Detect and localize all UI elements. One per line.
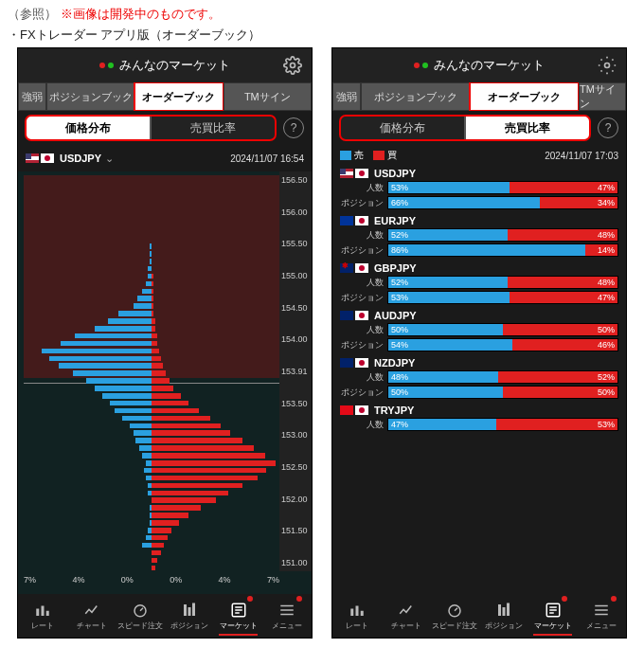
legend-buy-label: 買	[387, 149, 397, 162]
gear-icon[interactable]	[598, 56, 617, 75]
svg-rect-16	[507, 603, 510, 616]
help-icon[interactable]: ?	[598, 117, 618, 138]
tab-strength[interactable]: 強弱	[332, 82, 361, 111]
legend-sell-swatch	[340, 151, 351, 160]
nav-label: マーケット	[534, 621, 572, 631]
ratio-bar: 50%50%	[387, 323, 618, 336]
status-dot-red	[99, 63, 105, 68]
pair-code[interactable]: USDJPY	[60, 153, 101, 164]
nav-label: チャート	[391, 621, 421, 631]
metric-label: 人数	[340, 277, 384, 289]
flag-icon	[340, 216, 353, 225]
ratio-bar: 52%48%	[387, 228, 618, 242]
ratio-bar: 54%46%	[387, 338, 618, 351]
pair-block[interactable]: TRYJPY人数47%53%	[340, 405, 618, 433]
nav-menu[interactable]: メニュー	[262, 594, 312, 638]
legend-row: 売 買 2024/11/07 17:03	[332, 145, 626, 166]
pair-code: TRYJPY	[374, 405, 414, 416]
app-title: みんなのマーケット	[119, 57, 230, 74]
nav-market[interactable]: マーケット	[528, 594, 578, 638]
tab-strength[interactable]: 強弱	[18, 82, 46, 111]
tab-orderbook[interactable]: オーダーブック	[134, 82, 223, 111]
pair-block[interactable]: GBPJPY人数52%48%ポジション53%47%	[340, 262, 618, 306]
nav-rate[interactable]: レート	[332, 594, 382, 638]
metric-label: 人数	[340, 371, 384, 384]
flag-icon	[340, 358, 353, 368]
pair-code: NZDJPY	[374, 357, 415, 369]
chevron-down-icon[interactable]: ⌄	[105, 153, 114, 165]
metric-label: 人数	[340, 324, 384, 336]
ratio-bar: 48%52%	[387, 370, 618, 384]
metric-label: ポジション	[340, 244, 384, 257]
x-axis: 7%4%0%0%4%7%	[24, 575, 279, 592]
ratio-bar: 86%14%	[387, 243, 618, 257]
bottom-nav: レートチャートスピード注文ポジションマーケットメニュー	[18, 594, 312, 638]
flag-jp-icon	[41, 153, 54, 163]
svg-rect-12	[361, 610, 364, 615]
svg-rect-1	[36, 608, 39, 616]
tab-orderbook[interactable]: オーダーブック	[470, 82, 579, 111]
svg-rect-7	[192, 603, 195, 616]
seg-price-dist[interactable]: 価格分布	[340, 116, 465, 140]
titlebar: みんなのマーケット	[18, 48, 312, 82]
pair-code: EURJPY	[374, 215, 416, 226]
ratio-bar: 47%53%	[387, 418, 618, 431]
gear-icon[interactable]	[283, 56, 302, 75]
nav-chart[interactable]: チャート	[382, 594, 431, 638]
pair-code: AUDJPY	[374, 310, 417, 321]
caption: （参照） ※画像は開発中のものです。	[8, 6, 221, 23]
seg-buy-sell-ratio[interactable]: 売買比率	[465, 116, 590, 140]
timestamp: 2024/11/07 17:03	[545, 151, 618, 161]
nav-label: レート	[31, 621, 54, 631]
nav-label: スピード注文	[432, 621, 477, 631]
metric-label: 人数	[340, 419, 384, 431]
badge-dot	[247, 596, 253, 602]
nav-position[interactable]: ポジション	[479, 594, 528, 638]
phone-left: みんなのマーケット 強弱 ポジションブック オーダーブック TMサイン 価格分布…	[17, 47, 313, 639]
nav-chart[interactable]: チャート	[67, 594, 116, 638]
phone-right: みんなのマーケット 強弱 ポジションブック オーダーブック TMサイン 価格分布…	[331, 47, 627, 639]
metric-label: ポジション	[340, 292, 384, 304]
help-icon[interactable]: ?	[283, 117, 304, 138]
nav-rate[interactable]: レート	[18, 594, 67, 638]
nav-market[interactable]: マーケット	[214, 594, 263, 638]
status-dot-red	[414, 63, 420, 68]
badge-dot	[562, 596, 567, 602]
ratio-list: USDJPY人数53%47%ポジション66%34%EURJPY人数52%48%ポ…	[332, 166, 626, 594]
svg-rect-15	[502, 607, 505, 616]
svg-rect-2	[41, 605, 44, 616]
nav-menu[interactable]: メニュー	[577, 594, 626, 638]
badge-dot	[611, 596, 617, 602]
flag-icon	[340, 169, 353, 178]
pair-code: GBPJPY	[374, 262, 417, 274]
metric-label: ポジション	[340, 387, 384, 399]
tab-tmsign[interactable]: TMサイン	[579, 82, 626, 111]
pair-block[interactable]: AUDJPY人数50%50%ポジション54%46%	[340, 310, 618, 353]
pair-block[interactable]: NZDJPY人数48%52%ポジション50%50%	[340, 357, 618, 401]
flag-jp-icon	[355, 311, 368, 320]
nav-label: スピード注文	[117, 621, 163, 631]
status-dot-green	[108, 63, 114, 68]
tab-positionbook[interactable]: ポジションブック	[361, 82, 470, 111]
flag-jp-icon	[355, 358, 368, 368]
nav-label: レート	[346, 621, 368, 631]
flag-icon	[340, 263, 353, 273]
nav-position[interactable]: ポジション	[165, 594, 214, 638]
seg-buy-sell-ratio[interactable]: 売買比率	[151, 116, 276, 140]
flag-jp-icon	[355, 263, 368, 273]
caption-line2: ・FXトレーダー アプリ版（オーダーブック）	[8, 27, 260, 44]
flag-jp-icon	[355, 216, 368, 225]
seg-price-dist[interactable]: 価格分布	[26, 116, 151, 140]
caption-note: ※画像は開発中のものです。	[61, 7, 221, 21]
nav-speed[interactable]: スピード注文	[430, 594, 479, 638]
flag-icon	[340, 311, 353, 320]
nav-speed[interactable]: スピード注文	[116, 594, 165, 638]
svg-rect-6	[188, 607, 190, 616]
tab-row: 強弱 ポジションブック オーダーブック TMサイン	[18, 82, 312, 111]
svg-rect-11	[355, 605, 358, 616]
tab-tmsign[interactable]: TMサイン	[224, 82, 312, 111]
pair-block[interactable]: USDJPY人数53%47%ポジション66%34%	[340, 168, 618, 211]
tab-positionbook[interactable]: ポジションブック	[46, 82, 134, 111]
pair-block[interactable]: EURJPY人数52%48%ポジション86%14%	[340, 215, 618, 259]
y-axis: 156.50156.00155.50155.00154.50154.00153.…	[279, 171, 312, 571]
